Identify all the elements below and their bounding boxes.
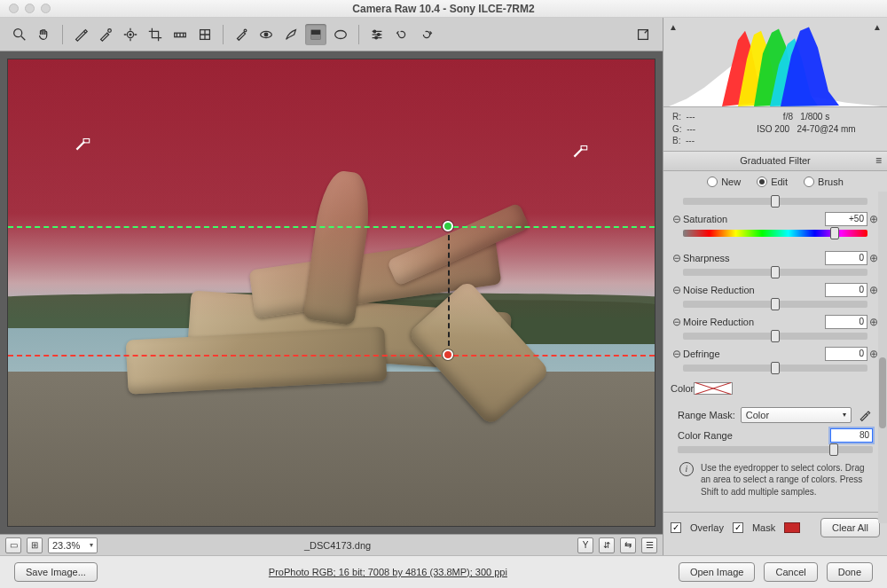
exif-readout: f/8 1/800 s ISO 200 24-70@24 mm [734, 111, 878, 147]
window-zoom[interactable] [41, 4, 51, 13]
saturation-slider[interactable] [683, 230, 867, 237]
svg-point-4 [130, 34, 131, 35]
mode-new[interactable]: New [707, 176, 741, 187]
minus-icon[interactable] [671, 348, 683, 360]
color-swatch[interactable] [694, 382, 733, 395]
gradient-start-line[interactable] [8, 226, 655, 228]
panel-title: Graduated Filter [740, 155, 810, 166]
color-sampler-icon[interactable] [95, 24, 116, 45]
image-preview[interactable] [7, 59, 655, 527]
svg-line-1 [21, 35, 26, 40]
sharpness-value[interactable]: 0 [825, 251, 867, 265]
histogram[interactable] [669, 21, 882, 106]
copy-settings-icon[interactable]: ⇆ [620, 537, 636, 553]
minus-icon[interactable] [671, 284, 683, 296]
svg-point-0 [14, 28, 22, 36]
filename-label: _DSC4173.dng [304, 540, 371, 551]
save-image-button[interactable]: Save Image... [14, 562, 98, 582]
color-sample-pin[interactable] [570, 141, 590, 161]
range-mask-select[interactable]: Color [741, 407, 852, 423]
svg-point-12 [335, 30, 347, 38]
target-adjust-icon[interactable] [120, 24, 141, 45]
window-close[interactable] [9, 4, 19, 13]
cancel-button[interactable]: Cancel [764, 562, 817, 582]
preferences-icon[interactable] [366, 24, 388, 45]
fullscreen-icon[interactable] [632, 24, 654, 45]
hint-text: Use the eyedropper to select colors. Dra… [701, 462, 871, 498]
straighten-icon[interactable] [169, 24, 191, 45]
svg-rect-11 [311, 35, 321, 39]
done-button[interactable]: Done [827, 562, 873, 582]
view-compare-icon[interactable]: ⊞ [27, 537, 43, 553]
noise-value[interactable]: 0 [825, 283, 867, 297]
view-single-icon[interactable]: ▭ [5, 537, 21, 553]
clear-all-button[interactable]: Clear All [820, 518, 880, 537]
window-title: Camera Raw 10.4 - Sony ILCE-7RM2 [0, 3, 887, 15]
panel-menu-icon[interactable]: ≡ [875, 154, 882, 167]
moire-label: Moire Reduction [683, 317, 825, 327]
window-minimize[interactable] [25, 4, 35, 13]
before-after-icon[interactable]: Y [577, 537, 593, 553]
moire-value[interactable]: 0 [825, 315, 867, 329]
overlay-checkbox[interactable] [671, 522, 681, 533]
rotate-ccw-icon[interactable] [391, 24, 412, 45]
radial-filter-icon[interactable] [330, 24, 351, 45]
defringe-label: Defringe [683, 349, 825, 359]
overlay-label: Overlay [690, 522, 724, 533]
gradient-end-line[interactable] [8, 355, 655, 357]
range-mask-label: Range Mask: [678, 410, 735, 420]
mask-color-swatch[interactable] [784, 522, 800, 533]
color-sample-pin[interactable] [73, 134, 92, 153]
crop-icon[interactable] [145, 24, 166, 45]
open-image-button[interactable]: Open Image [679, 562, 756, 582]
color-label: Color [671, 383, 694, 394]
top-slider-partial[interactable] [683, 198, 867, 205]
noise-slider[interactable] [683, 301, 867, 308]
minus-icon[interactable] [671, 252, 683, 264]
svg-point-9 [264, 33, 268, 36]
svg-point-17 [377, 33, 380, 35]
moire-slider[interactable] [683, 333, 867, 340]
swap-icon[interactable]: ⇵ [599, 537, 615, 553]
minus-icon[interactable] [671, 213, 683, 225]
sharpness-label: Sharpness [683, 253, 825, 263]
saturation-value[interactable]: +50 [825, 212, 867, 226]
svg-point-2 [108, 28, 112, 32]
svg-point-7 [244, 29, 247, 32]
red-eye-icon[interactable] [255, 24, 277, 45]
zoom-select[interactable]: 23.3% [48, 537, 98, 553]
graduated-filter-icon[interactable] [305, 24, 326, 45]
sharpness-slider[interactable] [683, 269, 867, 276]
saturation-label: Saturation [683, 214, 825, 224]
defringe-slider[interactable] [683, 365, 867, 372]
rotate-cw-icon[interactable] [416, 24, 437, 45]
toolbar [0, 18, 663, 51]
rgb-readout: R: --- G: --- B: --- [672, 111, 734, 147]
prefs-sliders-icon[interactable]: ☰ [641, 537, 657, 553]
color-range-label: Color Range [678, 430, 830, 441]
gradient-axis[interactable] [448, 226, 450, 356]
defringe-value[interactable]: 0 [825, 347, 867, 361]
noise-label: Noise Reduction [683, 285, 825, 295]
mask-checkbox[interactable] [733, 522, 743, 533]
workflow-link[interactable]: ProPhoto RGB; 16 bit; 7008 by 4816 (33.8… [269, 567, 507, 577]
svg-point-16 [373, 30, 376, 33]
mode-brush[interactable]: Brush [804, 176, 844, 187]
gradient-end-handle[interactable] [443, 349, 453, 360]
eyedropper-icon[interactable] [857, 407, 873, 423]
svg-point-18 [375, 36, 378, 39]
panel-scrollbar[interactable] [878, 192, 887, 523]
transform-icon[interactable] [194, 24, 216, 45]
white-balance-icon[interactable] [70, 24, 91, 45]
color-range-value[interactable]: 80 [830, 428, 873, 443]
mode-edit[interactable]: Edit [757, 176, 788, 187]
spot-removal-icon[interactable] [231, 24, 252, 45]
zoom-icon[interactable] [9, 24, 30, 45]
adjustment-brush-icon[interactable] [280, 24, 302, 45]
gradient-start-handle[interactable] [443, 221, 453, 231]
mask-label: Mask [752, 522, 775, 533]
hand-icon[interactable] [34, 24, 55, 45]
color-range-slider[interactable] [678, 446, 873, 453]
minus-icon[interactable] [671, 316, 683, 328]
info-icon: i [679, 462, 694, 476]
